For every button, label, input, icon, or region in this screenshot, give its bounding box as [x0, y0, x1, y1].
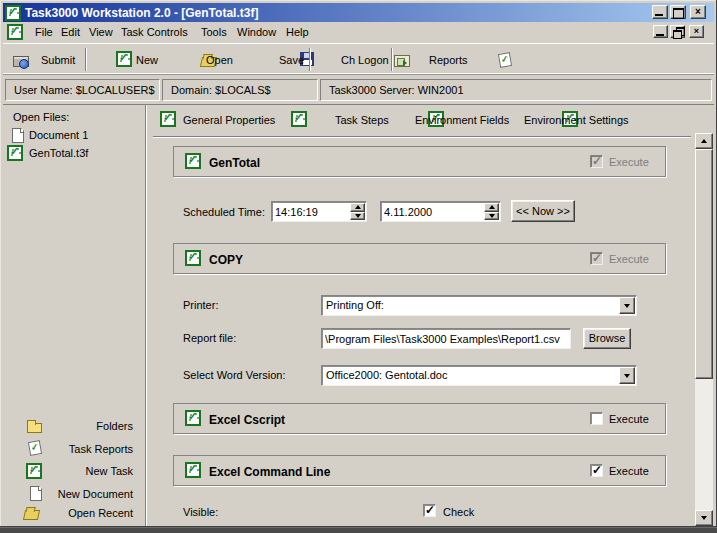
scheduled-date-field — [380, 201, 501, 222]
toolbar-separator — [391, 48, 393, 71]
execute-checkbox — [590, 252, 603, 265]
sidebar-item-new-task[interactable]: New Task — [3, 463, 143, 482]
sidebar-item-folders[interactable]: Folders — [3, 418, 143, 437]
minimize-button[interactable] — [652, 5, 668, 19]
sidebar: Open Files: Document 1 GenTotal.t3f Fold… — [3, 105, 147, 526]
chevron-down-icon[interactable] — [619, 367, 635, 384]
tab-icon[interactable] — [291, 111, 307, 127]
report-file-field — [321, 328, 571, 349]
chevron-down-icon[interactable] — [619, 297, 635, 314]
vertical-scrollbar[interactable] — [695, 133, 713, 526]
open-file-document1[interactable]: Document 1 — [3, 127, 143, 146]
printer-value: Printing Off: — [326, 299, 618, 311]
spin-up-icon[interactable] — [350, 203, 365, 212]
execute-checkbox[interactable] — [590, 464, 603, 477]
sidebar-item-open-recent[interactable]: Open Recent — [3, 505, 143, 524]
section-header-excel-cscript: Excel Cscript Execute — [173, 403, 666, 434]
spin-up-icon[interactable] — [484, 203, 499, 212]
folder-icon — [27, 423, 42, 433]
info-bar: User Name: $LOCALUSER$ Domain: $LOCALS$ … — [3, 75, 714, 105]
section-header-copy: COPY Execute — [173, 243, 666, 274]
menu-tools[interactable]: Tools — [199, 25, 229, 40]
save-button[interactable]: Save — [279, 54, 304, 66]
mdi-minimize-button[interactable] — [653, 25, 668, 38]
tabs-separator — [153, 136, 691, 138]
execute-label: Execute — [609, 156, 649, 168]
sidebar-item-task-reports[interactable]: Task Reports — [3, 441, 143, 460]
sidebar-item-label: Task Reports — [43, 443, 133, 455]
now-button[interactable]: << Now >> — [511, 200, 575, 222]
ch-logon-button[interactable]: Ch Logon — [341, 54, 389, 66]
scroll-up-icon[interactable] — [695, 133, 713, 149]
spin-down-icon[interactable] — [484, 212, 499, 221]
open-files-label: Open Files: — [13, 111, 69, 123]
main-area: Open Files: Document 1 GenTotal.t3f Fold… — [3, 105, 714, 526]
close-button[interactable]: × — [690, 5, 706, 19]
app-window: Task3000 Workstation 2.0 - [GenTotal.t3f… — [0, 0, 717, 527]
window-title: Task3000 Workstation 2.0 - [GenTotal.t3f… — [25, 6, 258, 20]
sidebar-item-label: New Document — [43, 488, 133, 500]
task-icon — [185, 462, 201, 478]
task-icon — [185, 410, 201, 426]
mdi-close-button[interactable]: × — [689, 25, 704, 38]
report-icon — [28, 440, 42, 456]
date-spinner — [484, 203, 499, 220]
execute-label: Execute — [609, 253, 649, 265]
task-icon — [7, 145, 23, 161]
ch-logon-icon[interactable] — [394, 55, 410, 67]
reports-icon[interactable] — [498, 52, 512, 68]
sidebar-item-label: New Task — [43, 465, 133, 477]
execute-checkbox-group: Execute — [590, 412, 649, 425]
section-title: Excel Command Line — [209, 465, 330, 479]
new-task-icon[interactable] — [116, 51, 132, 67]
menu-view[interactable]: View — [87, 25, 115, 40]
tab-environment-fields[interactable]: Environment Fields — [415, 114, 509, 126]
report-file-label: Report file: — [183, 332, 236, 344]
visible-label: Visible: — [183, 506, 218, 518]
spin-down-icon[interactable] — [350, 212, 365, 221]
time-spinner — [350, 203, 365, 220]
tab-general-properties[interactable]: General Properties — [183, 114, 275, 126]
printer-label: Printer: — [183, 299, 218, 311]
submit-icon[interactable] — [13, 56, 29, 67]
visible-checkbox[interactable] — [423, 504, 436, 517]
execute-checkbox-group: Execute — [590, 155, 649, 168]
submit-button[interactable]: Submit — [41, 54, 75, 66]
execute-checkbox-group: Execute — [590, 252, 649, 265]
menu-task-controls[interactable]: Task Controls — [119, 25, 190, 40]
document-menu-icon[interactable] — [7, 24, 23, 40]
word-version-combobox[interactable]: Office2000: Gentotal.doc — [321, 365, 637, 386]
menu-edit[interactable]: Edit — [59, 25, 82, 40]
sidebar-item-new-document[interactable]: New Document — [3, 486, 143, 505]
mdi-restore-button[interactable] — [670, 25, 685, 38]
section-title: GenTotal — [209, 156, 260, 170]
maximize-button[interactable] — [670, 5, 686, 19]
execute-checkbox-group: Execute — [590, 464, 649, 477]
scheduled-time-label: Scheduled Time: — [183, 206, 265, 218]
report-file-input[interactable] — [322, 329, 570, 348]
tab-icon[interactable] — [160, 111, 176, 127]
open-file-gentotal[interactable]: GenTotal.t3f — [3, 145, 143, 164]
scroll-down-icon[interactable] — [695, 510, 713, 526]
new-button[interactable]: New — [136, 54, 158, 66]
execute-label: Execute — [609, 413, 649, 425]
open-file-label: GenTotal.t3f — [29, 147, 88, 159]
printer-combobox[interactable]: Printing Off: — [321, 295, 637, 316]
section-title: COPY — [209, 253, 243, 267]
browse-button[interactable]: Browse — [583, 328, 631, 349]
execute-checkbox[interactable] — [590, 412, 603, 425]
menu-help[interactable]: Help — [284, 25, 311, 40]
menu-file[interactable]: File — [33, 25, 55, 40]
scrollbar-thumb[interactable] — [695, 149, 713, 379]
open-button[interactable]: Open — [206, 54, 233, 66]
section-header-gentotal: GenTotal Execute — [173, 146, 666, 177]
menu-window[interactable]: Window — [235, 25, 278, 40]
date-input[interactable] — [381, 202, 500, 221]
desktop-edge — [0, 527, 717, 533]
tab-task-steps[interactable]: Task Steps — [335, 114, 389, 126]
sidebar-item-label: Open Recent — [43, 507, 133, 519]
tabs-row: General Properties Task Steps Environmen… — [149, 105, 714, 137]
reports-button[interactable]: Reports — [429, 54, 468, 66]
tab-environment-settings[interactable]: Environment Settings — [524, 114, 629, 126]
document-icon — [30, 486, 42, 501]
